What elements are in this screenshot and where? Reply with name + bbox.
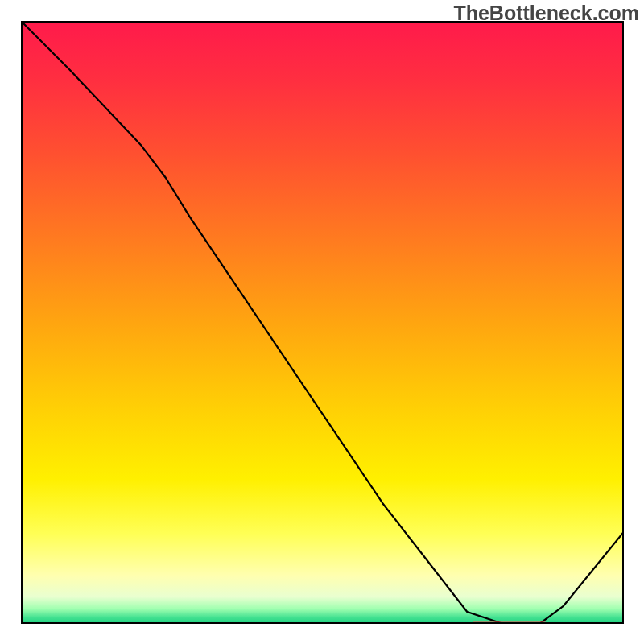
watermark-text: TheBottleneck.com <box>453 2 639 25</box>
page-root: TheBottleneck.com <box>0 0 644 644</box>
chart-frame <box>21 21 624 624</box>
chart-series-curve <box>21 21 624 624</box>
chart-plot <box>21 21 624 624</box>
chart-area <box>21 21 624 624</box>
